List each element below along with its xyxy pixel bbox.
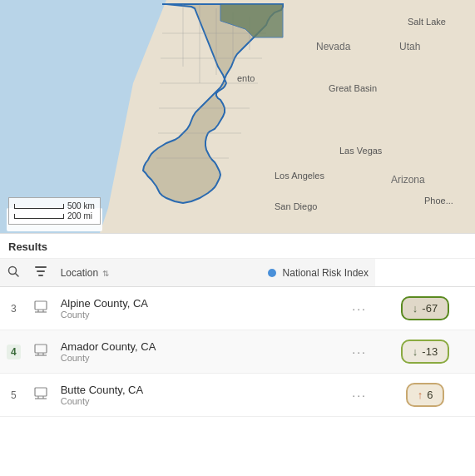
map-container: Nevada Great Basin Utah Salt Lake ento L… [0, 0, 475, 233]
location-name: Alpine County, CA [61, 297, 255, 310]
las-vegas-label: Las Vegas [339, 146, 383, 156]
nri-column-header: National Risk Index [261, 259, 375, 287]
location-type: County [61, 353, 255, 363]
results-table: Location ⇅ National Risk Index 3 [0, 259, 475, 417]
arizona-label: Arizona [391, 174, 425, 186]
row-more-options[interactable]: ··· [352, 302, 367, 315]
nri-number: 6 [427, 389, 433, 401]
nri-value-badge: ↓ -13 [401, 340, 449, 364]
table-row: 3 Alpine County, CA County ··· ↓ -67 [0, 287, 475, 330]
svg-rect-26 [35, 345, 47, 353]
table-row: 4 Amador County, CA County ··· ↓ -13 [0, 330, 475, 374]
row-more-options[interactable]: ··· [352, 389, 367, 402]
la-label: Los Angeles [275, 171, 324, 181]
table-row: 5 Butte County, CA County ··· ↑ 6 [0, 374, 475, 417]
row-location-icon [34, 300, 47, 314]
scale-km: 500 km [67, 201, 95, 211]
location-type: County [61, 310, 255, 320]
nri-value-badge: ↑ 6 [406, 383, 445, 407]
svg-rect-20 [37, 270, 45, 272]
nri-number: -67 [422, 302, 438, 315]
svg-line-18 [16, 274, 19, 277]
nri-number: -13 [422, 345, 438, 358]
nri-arrow: ↓ [413, 345, 418, 358]
svg-rect-30 [35, 388, 47, 396]
scale-bar: 500 km 200 mi [8, 197, 101, 225]
header-filter-icon[interactable] [27, 259, 54, 287]
row-number: 3 [11, 303, 17, 315]
scale-mi: 200 mi [67, 211, 92, 221]
salt-lake-label: Salt Lake [408, 17, 446, 27]
row-location-icon [34, 344, 47, 357]
svg-rect-19 [35, 266, 47, 268]
row-number: 5 [11, 389, 17, 401]
location-name: Amador County, CA [61, 340, 255, 353]
row-more-options[interactable]: ··· [352, 345, 367, 359]
nevada-label: Nevada [316, 41, 351, 52]
sacramento-label: ento [237, 73, 255, 83]
results-title: Results [0, 234, 475, 259]
svg-rect-21 [38, 275, 43, 276]
location-column-header: Location ⇅ [54, 259, 262, 287]
sort-icon[interactable]: ⇅ [102, 269, 109, 278]
row-location-icon [34, 387, 47, 400]
results-panel: Results Location [0, 233, 475, 417]
phoenix-label: Phoe... [424, 196, 453, 206]
nri-dot [268, 269, 276, 277]
svg-rect-22 [35, 301, 47, 310]
location-type: County [61, 396, 255, 406]
great-basin-label: Great Basin [329, 83, 377, 93]
nri-arrow: ↓ [413, 302, 418, 315]
location-name: Butte County, CA [61, 384, 255, 396]
row-number: 4 [7, 345, 21, 359]
san-diego-label: San Diego [275, 201, 317, 211]
table-header-row: Location ⇅ National Risk Index [0, 259, 475, 287]
utah-label: Utah [399, 41, 420, 52]
nri-value-badge: ↓ -67 [401, 296, 449, 320]
nri-arrow: ↑ [418, 389, 423, 401]
header-search-icon[interactable] [0, 259, 27, 287]
